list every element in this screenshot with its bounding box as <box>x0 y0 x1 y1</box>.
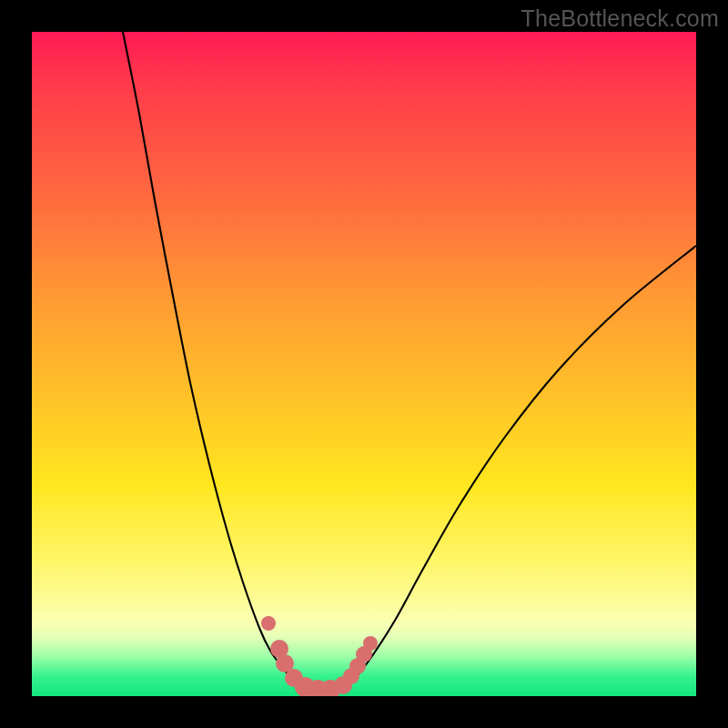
marker-dot <box>261 616 276 631</box>
marker-dot <box>363 636 378 651</box>
chart-frame: TheBottleneck.com <box>0 0 728 728</box>
marker-group <box>261 616 378 696</box>
left-curve-path <box>123 32 310 689</box>
plot-area <box>32 32 696 696</box>
chart-svg <box>32 32 696 696</box>
watermark-text: TheBottleneck.com <box>521 5 719 32</box>
right-curve-path <box>339 246 696 689</box>
